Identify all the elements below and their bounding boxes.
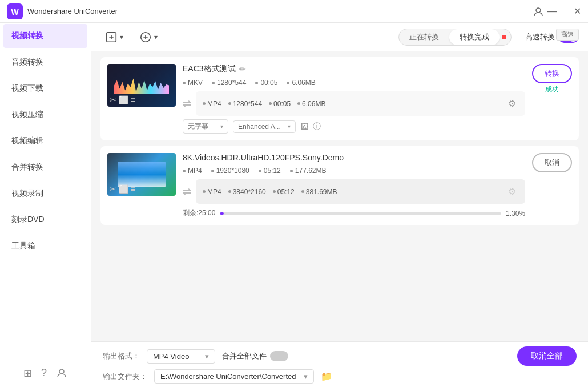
sidebar-label: 视频压缩 bbox=[11, 110, 43, 120]
out-format-1: MP4 bbox=[203, 100, 221, 108]
action-container-2: 取消 bbox=[532, 153, 572, 172]
trim-icon[interactable]: ✂ bbox=[110, 95, 116, 104]
add-format-label: ▾ bbox=[154, 33, 158, 41]
layout-icon[interactable]: ⊞ bbox=[23, 367, 32, 381]
path-label: 输出文件夹： bbox=[103, 372, 147, 382]
thumb-controls-2: ✂ ⬜ ≡ bbox=[110, 184, 135, 194]
resolution-item-1: 1280*544 bbox=[212, 79, 246, 87]
output-meta-1: MP4 1280*544 00:05 bbox=[203, 100, 502, 108]
image-icon-1[interactable]: 🖼 bbox=[300, 122, 308, 131]
user-icon[interactable] bbox=[533, 6, 543, 17]
file-meta-2: MP4 1920*1080 05:12 177.62MB bbox=[183, 167, 525, 175]
window-controls: — □ ✕ bbox=[533, 6, 581, 17]
dot bbox=[287, 82, 289, 84]
out-duration-2: 05:12 bbox=[273, 188, 295, 196]
highspeed-badge: 高速 bbox=[556, 29, 579, 41]
sidebar-item-burn-dvd[interactable]: 刻录DVD bbox=[0, 207, 91, 233]
out-format-2: MP4 bbox=[203, 188, 221, 196]
size-item-1: 6.06MB bbox=[287, 79, 315, 87]
bottom-row-2: 输出文件夹： E:\Wondershare UniConverter\Conve… bbox=[103, 369, 577, 384]
size-item-2: 177.62MB bbox=[290, 167, 327, 175]
file-list: ✂ ⬜ ≡ EAC3格式测试 ✏ MKV bbox=[91, 51, 588, 341]
converting-status-btn[interactable]: 正在转换 bbox=[399, 29, 449, 45]
menu-icon-2[interactable]: ≡ bbox=[131, 184, 135, 194]
sidebar-item-video-compress[interactable]: 视频压缩 bbox=[0, 102, 91, 128]
toolbar: ▾ ▾ 正在转换 转换完成 高速转换 bbox=[91, 23, 588, 51]
format-label: 输出格式： bbox=[103, 351, 140, 361]
shuffle-icon-1[interactable]: ⇌ bbox=[183, 98, 191, 110]
thumb-controls-1: ✂ ⬜ ≡ bbox=[110, 95, 135, 104]
sidebar-label: 视频录制 bbox=[11, 188, 43, 199]
sidebar-label: 视频转换 bbox=[11, 31, 43, 41]
resolution-item-2: 1920*1080 bbox=[211, 167, 249, 175]
crop-icon[interactable]: ⬜ bbox=[119, 95, 128, 104]
progress-bar-fill-2 bbox=[220, 212, 223, 215]
settings-icon-2[interactable]: ⚙ bbox=[506, 184, 518, 199]
app-title: Wondershare UniConverter bbox=[27, 7, 533, 15]
svg-text:W: W bbox=[11, 7, 19, 17]
out-duration-1: 00:05 bbox=[269, 100, 291, 108]
subtitle-select-1[interactable]: 无字幕 ▾ bbox=[183, 119, 228, 134]
sidebar-item-video-record[interactable]: 视频录制 bbox=[0, 180, 91, 207]
dot bbox=[290, 170, 293, 172]
sidebar-footer: ⊞ ? bbox=[0, 361, 91, 387]
action-container-1: 转换 成功 bbox=[532, 64, 572, 94]
add-file-label: ▾ bbox=[120, 33, 123, 41]
duration-item-2: 05:12 bbox=[259, 167, 281, 175]
sidebar: 视频转换 音频转换 视频下载 视频压缩 视频编辑 合并转换 视频录制 刻录DVD… bbox=[0, 23, 91, 387]
folder-icon[interactable]: 📁 bbox=[321, 371, 332, 382]
info-icon-1[interactable]: ⓘ bbox=[313, 122, 321, 132]
duration-item-1: 00:05 bbox=[255, 79, 277, 87]
file-thumb-2: ✂ ⬜ ≡ bbox=[107, 153, 176, 196]
merge-toggle: 合并全部文件 bbox=[222, 351, 288, 361]
output-section-1: MP4 1280*544 00:05 bbox=[196, 91, 525, 116]
progress-row-2: 剩余:25:00 1.30% bbox=[183, 208, 525, 218]
sidebar-item-video-convert[interactable]: 视频转换 bbox=[3, 24, 87, 48]
trim-icon-2[interactable]: ✂ bbox=[110, 184, 116, 194]
dot bbox=[212, 82, 215, 84]
path-select[interactable]: E:\Wondershare UniConverter\Converted ▾ bbox=[154, 369, 314, 384]
bottom-row-1: 输出格式： MP4 Video ▾ 合并全部文件 取消全部 bbox=[103, 346, 577, 366]
cancel-button-2[interactable]: 取消 bbox=[532, 153, 572, 172]
cancel-all-button[interactable]: 取消全部 bbox=[517, 346, 577, 366]
file-item-2: ✂ ⬜ ≡ 8K.Videos.HDR.UltraHD.120FPS.Sony.… bbox=[100, 146, 579, 225]
status-toggle: 正在转换 转换完成 bbox=[398, 29, 512, 46]
dot bbox=[183, 82, 186, 84]
help-icon[interactable]: ? bbox=[41, 367, 47, 381]
app-logo: W bbox=[7, 3, 23, 19]
user-account-icon[interactable] bbox=[56, 367, 67, 381]
sidebar-item-video-download[interactable]: 视频下载 bbox=[0, 75, 91, 102]
dot bbox=[273, 190, 276, 193]
sidebar-item-audio-convert[interactable]: 音频转换 bbox=[0, 49, 91, 75]
convert-row-2: ⇌ MP4 3840*2160 bbox=[183, 179, 525, 204]
shuffle-icon-2[interactable]: ⇌ bbox=[183, 186, 191, 198]
bottom-bar: 输出格式： MP4 Video ▾ 合并全部文件 取消全部 输出文件夹： E:\… bbox=[91, 341, 588, 387]
add-file-button[interactable]: ▾ bbox=[100, 27, 128, 47]
enhanced-select-1[interactable]: Enhanced A... ▾ bbox=[233, 120, 296, 133]
file-name-1: EAC3格式测试 ✏ bbox=[183, 64, 525, 74]
menu-icon[interactable]: ≡ bbox=[131, 95, 135, 104]
sidebar-item-toolbox[interactable]: 工具箱 bbox=[0, 233, 91, 259]
progress-text-2: 1.30% bbox=[506, 209, 525, 217]
close-button[interactable]: ✕ bbox=[573, 7, 581, 15]
dot bbox=[203, 102, 206, 105]
sidebar-item-video-edit[interactable]: 视频编辑 bbox=[0, 128, 91, 154]
merge-switch[interactable] bbox=[270, 351, 288, 361]
minimize-button[interactable]: — bbox=[548, 7, 556, 15]
crop-icon-2[interactable]: ⬜ bbox=[119, 184, 128, 194]
edit-icon-1[interactable]: ✏ bbox=[239, 64, 246, 74]
file-name-2: 8K.Videos.HDR.UltraHD.120FPS.Sony.Demo bbox=[183, 153, 525, 162]
dot bbox=[183, 170, 186, 172]
add-format-button[interactable]: ▾ bbox=[135, 27, 162, 47]
convert-button-1[interactable]: 转换 bbox=[532, 64, 572, 83]
sidebar-item-merge-convert[interactable]: 合并转换 bbox=[0, 154, 91, 180]
dot bbox=[269, 102, 272, 105]
settings-icon-1[interactable]: ⚙ bbox=[506, 96, 518, 111]
chevron-down-icon: ▾ bbox=[304, 372, 308, 381]
format-select[interactable]: MP4 Video ▾ bbox=[147, 349, 215, 364]
file-thumb-1: ✂ ⬜ ≡ bbox=[107, 64, 176, 107]
maximize-button[interactable]: □ bbox=[561, 7, 569, 15]
done-status-btn[interactable]: 转换完成 bbox=[449, 29, 500, 45]
svg-point-3 bbox=[59, 369, 64, 374]
output-meta-2: MP4 3840*2160 05:12 bbox=[203, 188, 502, 196]
